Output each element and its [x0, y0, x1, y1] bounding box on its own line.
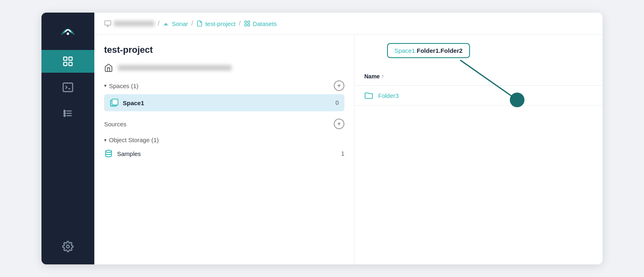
object-storage-label: Object Storage (1): [109, 136, 159, 143]
sidebar-item-list[interactable]: [41, 102, 94, 125]
svg-rect-5: [69, 62, 72, 65]
sidebar-item-terminal[interactable]: [41, 76, 94, 99]
space1-label: Space1: [123, 100, 144, 106]
project-icon: [196, 20, 203, 27]
space-icon: [110, 98, 119, 107]
breadcrumb: / Sonar / test-project /: [94, 13, 603, 35]
home-icon: [104, 63, 113, 72]
table-row[interactable]: Folder3: [355, 86, 603, 106]
spaces-chevron-icon: ▾: [104, 83, 107, 89]
svg-rect-19: [248, 21, 250, 23]
org-icon: [104, 20, 111, 27]
gear-icon: [62, 241, 74, 252]
sources-title: Sources: [104, 121, 126, 128]
space1-count: 0: [335, 100, 339, 106]
sources-label: Sources: [104, 121, 126, 128]
svg-rect-14: [105, 21, 111, 25]
svg-point-13: [67, 245, 70, 248]
sidebar-nav: [41, 50, 94, 125]
grid-icon: [62, 56, 74, 67]
add-space-button[interactable]: +: [334, 80, 344, 91]
sidebar: [41, 13, 94, 264]
samples-count: 1: [341, 150, 344, 157]
breadcrumb-sonar[interactable]: Sonar: [163, 20, 188, 27]
content-area: test-project ▾ Spaces (1) +: [94, 35, 603, 264]
svg-rect-21: [248, 24, 250, 26]
svg-rect-18: [245, 21, 247, 23]
breadcrumb-datasets[interactable]: Datasets: [244, 20, 277, 27]
svg-point-8: [64, 113, 65, 114]
svg-rect-3: [69, 57, 72, 61]
table-header: Name ↑: [355, 67, 603, 86]
org-blurred-text: [114, 21, 154, 26]
space1-item[interactable]: Space1 0: [104, 94, 344, 111]
breadcrumb-project-label: test-project: [205, 20, 235, 27]
sonar-breadcrumb-icon: [163, 20, 169, 27]
datasets-icon: [244, 20, 250, 27]
sources-section: Sources +: [104, 119, 344, 129]
svg-point-1: [67, 32, 69, 35]
samples-item-left: Samples: [104, 149, 141, 158]
breadcrumb-sep-2: /: [191, 20, 193, 27]
app-container: / Sonar / test-project /: [41, 13, 603, 264]
svg-point-17: [165, 25, 167, 26]
home-row: [104, 63, 344, 72]
right-panel: Space1.Folder1.Folder2 Name ↑: [355, 35, 603, 264]
path-teal-part: Space1.: [394, 47, 417, 54]
app-logo[interactable]: [57, 19, 79, 42]
object-storage-title: ▾ Object Storage (1): [104, 136, 159, 143]
breadcrumb-sep-1: /: [158, 20, 159, 27]
table-col-name: Name ↑: [364, 73, 384, 80]
breadcrumb-sep-3: /: [239, 20, 240, 27]
sidebar-item-grid[interactable]: [41, 50, 94, 73]
folder3-label: Folder3: [378, 92, 399, 99]
samples-item[interactable]: Samples 1: [104, 147, 344, 160]
storage-chevron-icon: ▾: [104, 137, 107, 143]
object-storage-header: ▾ Object Storage (1): [104, 136, 344, 143]
sources-section-header: Sources +: [104, 119, 344, 129]
terminal-icon: [62, 82, 74, 93]
db-icon: [104, 149, 113, 158]
space1-item-left: Space1: [110, 98, 144, 107]
samples-label: Samples: [117, 150, 141, 157]
spaces-section-title: ▾ Spaces (1): [104, 82, 139, 89]
path-indicator: Space1.Folder1.Folder2: [387, 43, 470, 58]
path-bold-part: Folder1.Folder2: [417, 47, 463, 54]
svg-rect-2: [64, 57, 67, 61]
svg-rect-4: [64, 62, 67, 65]
spaces-label: Spaces (1): [109, 82, 139, 89]
svg-point-24: [106, 150, 112, 153]
svg-rect-20: [245, 24, 247, 26]
breadcrumb-org[interactable]: [104, 20, 154, 27]
project-title: test-project: [104, 45, 344, 55]
main-content: / Sonar / test-project /: [94, 13, 603, 264]
add-source-button[interactable]: +: [334, 119, 344, 129]
spaces-section-header: ▾ Spaces (1) +: [104, 80, 344, 91]
breadcrumb-project[interactable]: test-project: [196, 20, 235, 27]
breadcrumb-datasets-label: Datasets: [253, 20, 277, 27]
svg-rect-6: [63, 83, 72, 92]
list-icon: [62, 108, 74, 119]
col-name-label: Name: [364, 73, 380, 80]
object-storage-section: ▾ Object Storage (1) Samples: [104, 136, 344, 160]
svg-point-9: [64, 115, 65, 117]
home-blurred-text: [118, 65, 232, 71]
svg-point-7: [64, 110, 65, 112]
left-panel: test-project ▾ Spaces (1) +: [94, 35, 355, 264]
breadcrumb-sonar-label: Sonar: [172, 20, 188, 27]
sort-arrow-icon[interactable]: ↑: [381, 74, 384, 79]
folder-icon: [364, 91, 373, 100]
svg-rect-23: [112, 99, 118, 105]
sidebar-settings[interactable]: [41, 235, 94, 258]
